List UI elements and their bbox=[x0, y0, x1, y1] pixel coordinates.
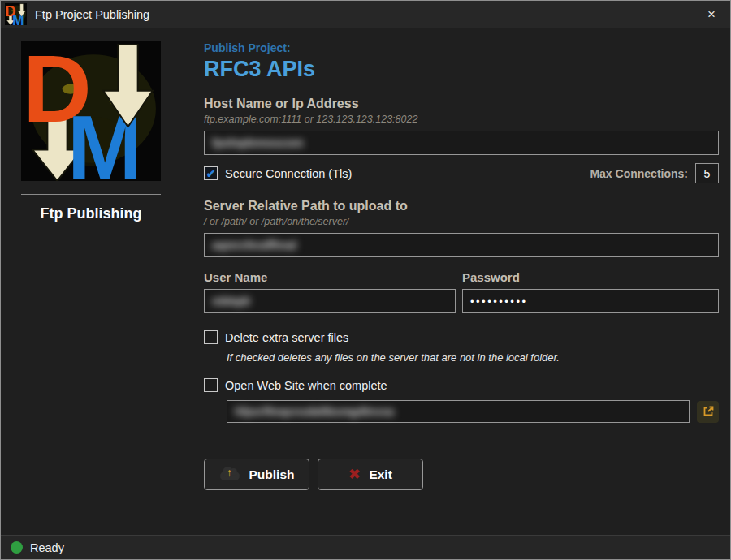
secure-connection-checkbox[interactable]: ✔ bbox=[204, 166, 218, 180]
host-input[interactable]: fpohqdemoscom bbox=[204, 131, 719, 155]
password-input[interactable]: •••••••••• bbox=[462, 289, 719, 313]
up-arrow-icon: ↑ bbox=[219, 466, 240, 479]
ready-status-dot bbox=[11, 541, 23, 554]
server-path-value-blurred: aqmrcfesdfhnal bbox=[212, 239, 296, 252]
publish-cloud-upload-icon: ↑ bbox=[219, 468, 240, 480]
sidebar-divider bbox=[21, 194, 161, 195]
server-path-input[interactable]: aqmrcfesdfhnal bbox=[204, 233, 719, 257]
sidebar: Ftp Publishing bbox=[1, 28, 188, 535]
publish-project-label: Publish Project: bbox=[204, 41, 719, 54]
close-button[interactable]: × bbox=[693, 1, 730, 28]
password-column: Password •••••••••• bbox=[462, 270, 719, 313]
delete-extra-checkbox-row[interactable]: Delete extra server files bbox=[204, 330, 719, 344]
publish-button[interactable]: ↑ Publish bbox=[204, 459, 309, 490]
username-input[interactable]: mbtqdr bbox=[204, 289, 456, 313]
open-site-checkbox-row[interactable]: Open Web Site when complete bbox=[204, 378, 719, 392]
password-label: Password bbox=[462, 270, 719, 284]
project-name: RFC3 APIs bbox=[204, 57, 719, 82]
secure-row: ✔ Secure Connection (Tls) Max Connection… bbox=[204, 163, 719, 183]
close-icon: × bbox=[707, 6, 716, 23]
server-path-label: Server Relative Path to upload to bbox=[204, 199, 719, 213]
host-label: Host Name or Ip Address bbox=[204, 97, 719, 111]
exit-button-label: Exit bbox=[369, 467, 391, 482]
sidebar-caption: Ftp Publishing bbox=[21, 205, 161, 222]
checkmark-icon: ✔ bbox=[206, 168, 216, 179]
secure-connection-label: Secure Connection (Tls) bbox=[225, 167, 352, 180]
open-site-checkbox[interactable] bbox=[204, 378, 218, 392]
action-buttons-row: ↑ Publish ✖ Exit bbox=[204, 459, 719, 490]
window-title: Ftp Project Publishing bbox=[35, 8, 149, 21]
username-label: User Name bbox=[204, 270, 456, 284]
site-url-row: hfpsrlfmqcnsdaltbsmgdtnvxa bbox=[227, 400, 719, 423]
status-text: Ready bbox=[30, 541, 64, 554]
password-masked-value: •••••••••• bbox=[470, 295, 528, 308]
open-external-link-button[interactable] bbox=[697, 401, 719, 423]
secure-connection-checkbox-row[interactable]: ✔ Secure Connection (Tls) bbox=[204, 166, 352, 180]
server-path-hint: / or /path/ or /path/on/the/server/ bbox=[204, 216, 719, 227]
app-logo-icon bbox=[5, 3, 27, 25]
max-connections-input[interactable]: 5 bbox=[695, 163, 719, 183]
dm-logo-image bbox=[21, 41, 161, 181]
exit-x-icon: ✖ bbox=[348, 466, 360, 483]
delete-extra-note: If checked deletes any files on the serv… bbox=[227, 351, 719, 364]
username-column: User Name mbtqdr bbox=[204, 270, 456, 313]
max-connections-label: Max Connections: bbox=[590, 167, 688, 180]
site-url-input[interactable]: hfpsrlfmqcnsdaltbsmgdtnvxa bbox=[227, 400, 690, 423]
status-bar: Ready bbox=[1, 535, 730, 559]
publish-button-label: Publish bbox=[249, 467, 295, 482]
titlebar[interactable]: Ftp Project Publishing × bbox=[1, 1, 730, 28]
max-connections-group: Max Connections: 5 bbox=[590, 163, 719, 183]
delete-extra-label: Delete extra server files bbox=[225, 331, 348, 344]
host-hint: ftp.example.com:1111 or 123.123.123.123:… bbox=[204, 114, 719, 125]
window-body: Ftp Publishing Publish Project: RFC3 API… bbox=[1, 28, 730, 535]
exit-button[interactable]: ✖ Exit bbox=[318, 459, 423, 490]
main-panel: Publish Project: RFC3 APIs Host Name or … bbox=[188, 28, 731, 535]
open-site-label: Open Web Site when complete bbox=[225, 379, 387, 392]
host-value-blurred: fpohqdemoscom bbox=[212, 136, 304, 149]
credentials-row: User Name mbtqdr Password •••••••••• bbox=[204, 270, 719, 313]
username-value-blurred: mbtqdr bbox=[212, 295, 251, 308]
external-link-icon bbox=[702, 405, 715, 418]
ftp-publishing-window: Ftp Project Publishing × Ftp Publishing … bbox=[0, 0, 731, 560]
site-url-value-blurred: hfpsrlfmqcnsdaltbsmgdtnvxa bbox=[235, 405, 394, 418]
delete-extra-checkbox[interactable] bbox=[204, 330, 218, 344]
